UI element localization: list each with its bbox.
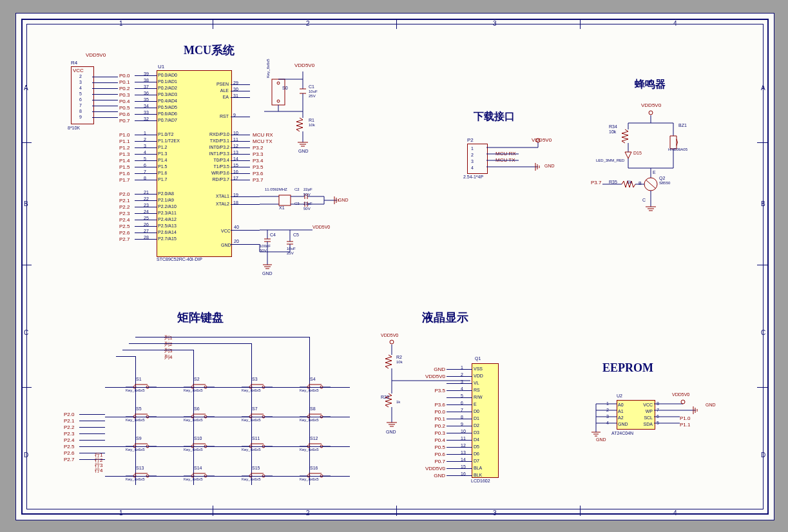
bz-net: P3.7 bbox=[591, 180, 601, 185]
row-a-r: A bbox=[761, 84, 765, 91]
r4-vdd: VDD5V0 bbox=[86, 52, 106, 58]
wire bbox=[135, 180, 157, 180]
net-P1.0: P1.0 bbox=[119, 132, 130, 138]
u1-part: STC89C52RC-40I-DIP bbox=[157, 257, 202, 261]
pname-P2.1/A9: P2.1/A9 bbox=[158, 198, 174, 202]
kp-part-S9: Key_6x6x5 bbox=[126, 448, 145, 451]
net-P2.6: P2.6 bbox=[119, 230, 130, 236]
pn-ALE: ALE bbox=[208, 88, 229, 93]
dec-gnd: GND bbox=[262, 271, 273, 276]
kp-ref-S7: S7 bbox=[252, 406, 258, 411]
wire bbox=[135, 120, 157, 121]
net-P2.1: P2.1 bbox=[119, 198, 130, 204]
net-P1.7: P1.7 bbox=[119, 177, 130, 183]
r4-p9: 9 bbox=[79, 115, 82, 119]
kp-row-P2.0: P2.0 bbox=[64, 412, 74, 417]
pname-P0.6/AD6: P0.6/AD6 bbox=[158, 111, 177, 116]
col-4-bot: 4 bbox=[673, 509, 677, 517]
p2-ref: P2 bbox=[467, 137, 474, 143]
s0-part: Key_6x6x5 bbox=[266, 59, 270, 78]
wire bbox=[135, 75, 157, 76]
pname-P0.7/AD7: P0.7/AD7 bbox=[158, 118, 177, 122]
r4-p3: 3 bbox=[79, 80, 82, 84]
pname-P1.6: P1.6 bbox=[158, 171, 167, 175]
q2-ref: Q2 bbox=[659, 176, 665, 180]
wire bbox=[135, 114, 157, 115]
svg-point-3 bbox=[277, 100, 280, 102]
title-download: 下载接口 bbox=[474, 110, 515, 124]
wire bbox=[135, 88, 157, 89]
u1-gnd-name: GND bbox=[221, 243, 229, 247]
kp-part-S14: Key_6x6x5 bbox=[184, 477, 203, 481]
wire bbox=[135, 207, 157, 207]
svg-point-157 bbox=[390, 340, 394, 344]
pname-P0.0/AD0: P0.0/AD0 bbox=[158, 73, 177, 77]
wire bbox=[135, 239, 157, 240]
q2-e: E bbox=[653, 170, 656, 175]
pname-P2.0/A8: P2.0/A8 bbox=[158, 191, 174, 196]
q2-part: S8550 bbox=[659, 181, 670, 185]
title-lcd: 液晶显示 bbox=[422, 310, 468, 325]
net-P3.2: P3.2 bbox=[253, 145, 263, 151]
c3-val: 22pF bbox=[303, 202, 312, 205]
net-P2.0: P2.0 bbox=[119, 191, 130, 197]
c1-ref: C1 bbox=[309, 84, 314, 89]
u1-vcc-name: VCC bbox=[221, 229, 229, 233]
net-P1.1: P1.1 bbox=[119, 138, 130, 144]
kp-row-P2.4: P2.4 bbox=[64, 437, 74, 443]
net-P1.5: P1.5 bbox=[119, 164, 130, 170]
kp-ref-S8: S8 bbox=[310, 406, 316, 411]
r4-p8: 8 bbox=[79, 109, 82, 113]
pn-RXD/P3.0: RXD/P3.0 bbox=[204, 132, 229, 137]
row-d-l: D bbox=[24, 451, 28, 459]
xtal-gnd: GND bbox=[338, 198, 349, 202]
pname-P1.0/T2: P1.0/T2 bbox=[158, 132, 174, 137]
wire bbox=[135, 154, 157, 155]
kp-ref-S3: S3 bbox=[252, 377, 258, 381]
x1-ref: X1 bbox=[279, 205, 285, 210]
pname-P2.2/A10: P2.2/A10 bbox=[158, 204, 177, 209]
kp-ref-S6: S6 bbox=[194, 406, 200, 411]
lcd-gnd: GND bbox=[386, 430, 396, 434]
ee-svg bbox=[586, 400, 715, 445]
r2-val: 10k bbox=[396, 360, 403, 364]
pn-RST: RST bbox=[208, 114, 229, 119]
r23-ref: R23 bbox=[381, 395, 389, 399]
pname-P0.1/AD1: P0.1/AD1 bbox=[158, 79, 177, 84]
net-P3.5: P3.5 bbox=[253, 164, 263, 170]
pname-P0.5/AD5: P0.5/AD5 bbox=[158, 105, 177, 109]
kp-rowlbl-3: 行4 bbox=[95, 467, 102, 474]
u1-ref: U1 bbox=[158, 64, 164, 70]
wire bbox=[135, 226, 157, 227]
conn-r4 bbox=[71, 66, 94, 124]
col-4-top: 4 bbox=[673, 20, 677, 27]
buzzer-svg bbox=[590, 104, 706, 233]
net-P2.2: P2.2 bbox=[119, 204, 130, 210]
wire bbox=[135, 141, 157, 142]
kp-part-S12: Key_6x6x5 bbox=[300, 448, 319, 451]
r4-p2: 2 bbox=[79, 74, 82, 79]
kp-ref-S1: S1 bbox=[136, 377, 142, 381]
c3-ref: C3 bbox=[294, 202, 300, 205]
u1-vcc-pin: 40 bbox=[234, 225, 239, 229]
row-c-l: C bbox=[24, 329, 28, 336]
u2-ref: U2 bbox=[617, 394, 622, 398]
net-P3.6: P3.6 bbox=[253, 171, 263, 176]
kp-part-S2: Key_6x6x5 bbox=[184, 388, 203, 392]
dl-p3: 3 bbox=[471, 159, 474, 164]
net-P1.3: P1.3 bbox=[119, 151, 130, 157]
c4-volt: 50V bbox=[260, 249, 267, 252]
dl-svg bbox=[486, 142, 551, 175]
c3-volt: 50V bbox=[303, 207, 311, 211]
kp-ref-S9: S9 bbox=[136, 436, 142, 441]
title-buzzer: 蜂鸣器 bbox=[635, 78, 666, 91]
col-2-bot: 2 bbox=[306, 509, 310, 517]
net-P0.6: P0.6 bbox=[119, 111, 130, 117]
xtal-svg bbox=[260, 191, 363, 223]
kp-part-S10: Key_6x6x5 bbox=[184, 448, 203, 451]
pname-P0.2/AD2: P0.2/AD2 bbox=[158, 86, 177, 90]
kp-part-S1: Key_6x6x5 bbox=[126, 388, 145, 392]
wire bbox=[135, 101, 157, 102]
svg-point-2 bbox=[277, 82, 280, 84]
net-P1.4: P1.4 bbox=[119, 158, 130, 164]
